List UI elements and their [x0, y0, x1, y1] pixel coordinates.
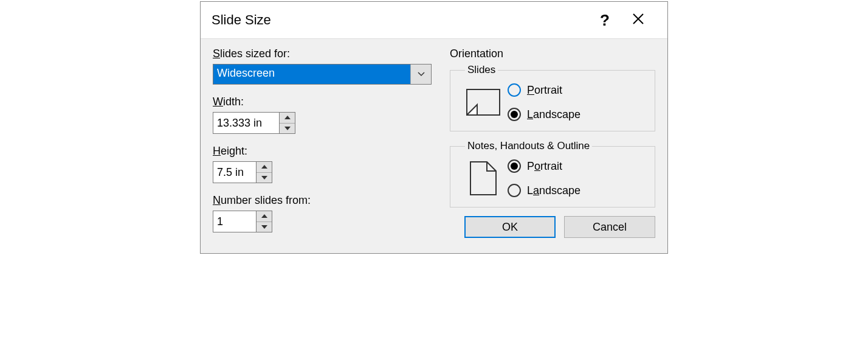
sized-for-value: Widescreen — [213, 65, 410, 84]
cancel-button[interactable]: Cancel — [564, 216, 655, 238]
dialog-title: Slide Size — [212, 12, 590, 28]
radio-icon — [508, 159, 521, 173]
close-button[interactable] — [620, 12, 656, 28]
sized-for-dropdown-button[interactable] — [410, 65, 431, 84]
number-from-arrows — [257, 211, 272, 232]
number-from-label: Number slides from: — [213, 194, 438, 207]
sized-for-combo[interactable]: Widescreen — [213, 64, 432, 85]
number-from-input[interactable] — [213, 211, 257, 232]
arrow-up-icon — [261, 165, 267, 169]
height-input[interactable] — [213, 161, 257, 183]
notes-portrait-label: Portrait — [527, 160, 562, 173]
ok-button[interactable]: OK — [464, 216, 556, 238]
width-down-button[interactable] — [280, 124, 295, 134]
slides-portrait-label: Portrait — [527, 84, 562, 97]
slides-landscape-label: Landscape — [527, 108, 580, 121]
number-from-up-button[interactable] — [257, 211, 272, 222]
right-column: Orientation Slides Portrait — [438, 47, 655, 243]
notes-landscape-label: Landscape — [527, 184, 580, 197]
height-down-button[interactable] — [257, 173, 272, 183]
arrow-down-icon — [284, 127, 291, 130]
orientation-label: Orientation — [450, 47, 655, 60]
width-input[interactable] — [213, 112, 280, 134]
height-up-button[interactable] — [257, 162, 272, 173]
arrow-up-icon — [284, 116, 291, 119]
height-spinner[interactable] — [213, 161, 438, 183]
width-up-button[interactable] — [280, 113, 295, 124]
slides-landscape-radio[interactable]: Landscape — [508, 108, 580, 121]
notes-legend: Notes, Handouts & Outline — [465, 140, 592, 152]
slides-legend: Slides — [465, 64, 498, 76]
number-from-down-button[interactable] — [257, 222, 272, 232]
notes-orientation-group: Notes, Handouts & Outline Portrait — [450, 140, 655, 208]
arrow-down-icon — [261, 225, 267, 229]
help-button[interactable]: ? — [590, 11, 620, 30]
radio-icon — [508, 184, 521, 197]
radio-icon — [508, 83, 521, 97]
chevron-down-icon — [418, 72, 425, 77]
landscape-page-icon — [466, 89, 500, 116]
arrow-down-icon — [261, 176, 267, 180]
sized-for-label: Slides sized for: — [213, 47, 438, 60]
radio-icon — [508, 108, 521, 121]
height-label: Height: — [213, 145, 438, 158]
slides-portrait-radio[interactable]: Portrait — [508, 83, 580, 97]
portrait-page-icon — [470, 161, 497, 195]
notes-portrait-radio[interactable]: Portrait — [508, 159, 580, 173]
arrow-up-icon — [261, 214, 267, 218]
dialog-buttons: OK Cancel — [450, 216, 655, 238]
width-arrows — [280, 112, 295, 134]
width-spinner[interactable] — [213, 112, 438, 134]
titlebar: Slide Size ? — [201, 2, 667, 38]
left-column: Slides sized for: Widescreen Width: Heig… — [213, 47, 438, 243]
number-from-spinner[interactable] — [213, 211, 438, 232]
height-arrows — [257, 161, 272, 183]
notes-landscape-radio[interactable]: Landscape — [508, 184, 580, 197]
slides-orientation-group: Slides Portrait — [450, 64, 655, 131]
close-icon — [632, 12, 645, 26]
width-label: Width: — [213, 96, 438, 108]
slide-size-dialog: Slide Size ? Slides sized for: Widescree… — [200, 1, 668, 254]
dialog-body: Slides sized for: Widescreen Width: Heig… — [201, 38, 667, 253]
